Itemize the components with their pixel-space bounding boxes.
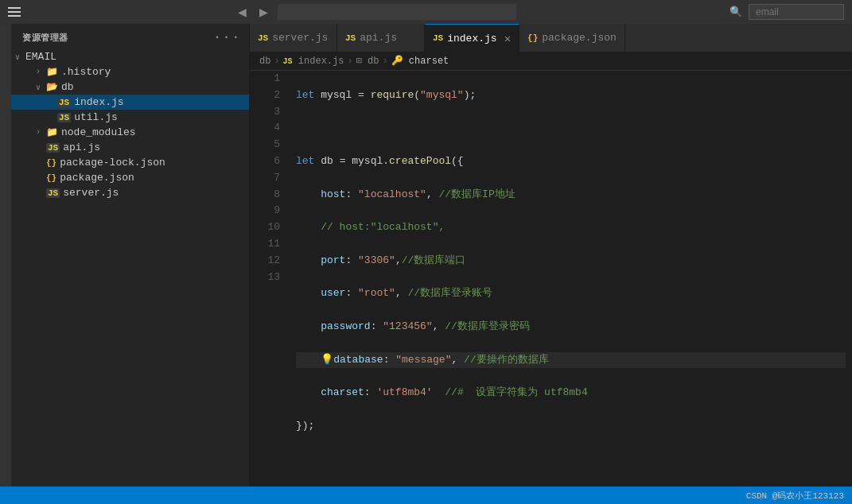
js-icon: JS xyxy=(46,188,60,198)
sidebar-item-label: node_modules xyxy=(61,126,249,138)
breadcrumb-db-symbol[interactable]: ⊡ db xyxy=(356,55,379,67)
code-line: port: "3306",//数据库端口 xyxy=(296,253,846,269)
folder-icon: 📁 xyxy=(46,66,58,78)
code-line xyxy=(296,120,846,137)
sidebar-title: 资源管理器 xyxy=(22,32,68,44)
watermark-text: CSDN @码农小王123123 xyxy=(746,490,844,502)
breadcrumb: db › JS index.js › ⊡ db › 🔑 charset xyxy=(250,52,852,71)
json-icon: {} xyxy=(46,173,56,183)
sidebar-item-label: index.js xyxy=(74,96,249,108)
chevron-down-icon: ∨ xyxy=(33,83,43,92)
code-line: }); xyxy=(296,418,846,435)
js-icon: JS xyxy=(57,98,71,107)
js-icon: JS xyxy=(433,33,443,43)
sidebar-item-label: util.js xyxy=(74,111,249,123)
chevron-down-icon: ∨ xyxy=(13,52,22,62)
menu-icon[interactable] xyxy=(8,7,21,17)
json-icon: {} xyxy=(527,33,538,43)
sidebar-item-label: .history xyxy=(61,66,249,78)
titlebar-right: 🔍 xyxy=(729,4,844,20)
line-number: 4 xyxy=(266,120,280,137)
sidebar-item-label: package-lock.json xyxy=(60,157,249,169)
line-number: 1 xyxy=(266,71,280,87)
tab-bar: JS server.js JS api.js JS index.js ✕ {} … xyxy=(250,24,852,52)
forward-button[interactable]: ▶ xyxy=(256,4,271,20)
code-line: // host:"localhost", xyxy=(296,219,846,236)
sidebar-item-history[interactable]: › 📁 .history xyxy=(11,64,249,79)
code-line: let db = mysql.createPool({ xyxy=(296,153,846,170)
js-icon: JS xyxy=(345,33,356,43)
tab-server-js[interactable]: JS server.js xyxy=(250,24,337,52)
close-icon[interactable]: ✕ xyxy=(504,32,511,45)
line-number: 9 xyxy=(266,203,280,219)
sidebar-tree: ∨ EMAIL › 📁 .history ∨ 📂 db JS index.js xyxy=(11,49,249,487)
sidebar-item-label: package.json xyxy=(60,172,249,184)
breadcrumb-charset[interactable]: 🔑 charset xyxy=(391,55,449,67)
sidebar-item-index-js[interactable]: JS index.js xyxy=(11,95,249,110)
sidebar-item-server-js[interactable]: JS server.js xyxy=(11,185,249,200)
sidebar-item-label: api.js xyxy=(63,142,249,153)
email-search-input[interactable] xyxy=(749,4,844,20)
breadcrumb-index-js[interactable]: JS index.js xyxy=(283,56,344,67)
code-content: let mysql = require("mysql"); let db = m… xyxy=(290,71,852,487)
line-number: 8 xyxy=(266,187,280,204)
back-button[interactable]: ◀ xyxy=(235,4,250,20)
breadcrumb-db[interactable]: db xyxy=(259,56,270,67)
line-numbers: 1 2 3 4 5 6 7 8 9 10 11 12 13 xyxy=(250,71,290,487)
line-number: 13 xyxy=(266,269,280,286)
sidebar-item-label: EMAIL xyxy=(25,51,56,63)
tab-package-json[interactable]: {} package.json xyxy=(519,24,625,52)
code-editor[interactable]: 1 2 3 4 5 6 7 8 9 10 11 12 13 let mysql … xyxy=(250,71,852,487)
editor-area: JS server.js JS api.js JS index.js ✕ {} … xyxy=(250,24,852,487)
sidebar-item-db[interactable]: ∨ 📂 db xyxy=(11,79,249,95)
tab-label: index.js xyxy=(447,33,496,45)
sidebar-item-package-json[interactable]: {} package.json xyxy=(11,170,249,185)
search-bar[interactable] xyxy=(278,4,516,20)
line-number: 6 xyxy=(266,153,280,170)
code-line: host: "localhost", //数据库IP地址 xyxy=(296,187,846,204)
folder-icon: 📂 xyxy=(46,81,58,93)
code-line: password: "123456", //数据库登录密码 xyxy=(296,319,846,335)
sidebar-item-node-modules[interactable]: › 📁 node_modules xyxy=(11,125,249,140)
code-line: let mysql = require("mysql"); xyxy=(296,87,846,104)
sidebar: 资源管理器 ··· ∨ EMAIL › 📁 .history ∨ 📂 db xyxy=(11,24,250,487)
sidebar-item-api-js[interactable]: JS api.js xyxy=(11,140,249,155)
js-icon: JS xyxy=(258,33,268,43)
status-bar: CSDN @码农小王123123 xyxy=(0,487,852,504)
js-icon: JS xyxy=(46,143,60,153)
code-line: charset: 'utf8mb4' //# 设置字符集为 utf8mb4 xyxy=(296,385,846,401)
line-number: 11 xyxy=(266,236,280,253)
tab-label: server.js xyxy=(272,32,328,44)
code-line xyxy=(296,451,846,467)
tab-index-js[interactable]: JS index.js ✕ xyxy=(425,24,519,52)
sidebar-item-email-root[interactable]: ∨ EMAIL xyxy=(11,49,249,64)
code-line: user: "root", //数据库登录账号 xyxy=(296,285,846,302)
sidebar-item-util-js[interactable]: JS util.js xyxy=(11,110,249,125)
titlebar-center: ◀ ▶ xyxy=(29,4,722,20)
folder-icon: 📁 xyxy=(46,126,58,138)
json-icon: {} xyxy=(46,158,56,168)
breadcrumb-sep: › xyxy=(274,56,279,67)
line-number: 12 xyxy=(266,253,280,269)
breadcrumb-sep: › xyxy=(347,56,352,67)
line-number: 5 xyxy=(266,137,280,153)
search-icon: 🔍 xyxy=(729,6,742,18)
tab-label: package.json xyxy=(542,32,617,44)
tab-label: api.js xyxy=(360,32,397,44)
titlebar: ◀ ▶ 🔍 xyxy=(0,0,852,24)
line-number: 2 xyxy=(266,87,280,104)
activity-bar xyxy=(0,24,11,487)
line-number: 7 xyxy=(266,170,280,187)
sidebar-more-actions[interactable]: ··· xyxy=(213,30,241,45)
line-number: 3 xyxy=(266,104,280,121)
line-number: 10 xyxy=(266,219,280,236)
sidebar-item-label: server.js xyxy=(63,187,249,199)
chevron-right-icon: › xyxy=(33,128,43,137)
code-line-highlight: 💡database: "message", //要操作的数据库 xyxy=(296,352,846,369)
sidebar-item-package-lock-json[interactable]: {} package-lock.json xyxy=(11,155,249,170)
sidebar-item-label: db xyxy=(61,81,249,93)
js-icon: JS xyxy=(57,113,71,122)
tab-api-js[interactable]: JS api.js xyxy=(337,24,425,52)
breadcrumb-sep: › xyxy=(382,56,387,67)
sidebar-header: 资源管理器 ··· xyxy=(11,24,249,49)
